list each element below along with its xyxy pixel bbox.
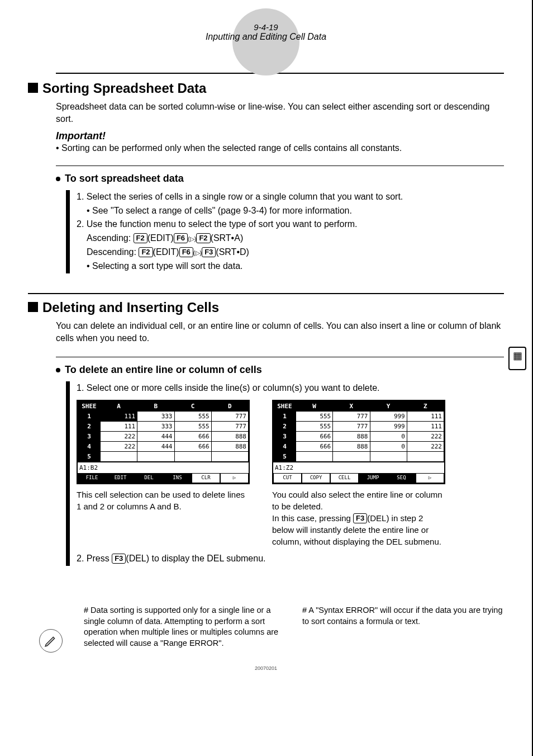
divider — [56, 166, 504, 166]
delete-step-2: 2. Press F3(DEL) to display the DEL subm… — [77, 552, 504, 566]
cell — [333, 452, 370, 462]
cell: 777 — [211, 412, 248, 422]
row-num: 3 — [78, 432, 101, 442]
chapter-title: Inputting and Editing Cell Data — [28, 32, 504, 42]
section-heading-sorting: Sorting Spreadsheet Data — [28, 75, 504, 96]
cell: 111 — [101, 422, 137, 432]
heading-text: Sorting Spreadsheet Data — [42, 81, 206, 96]
row-num: 2 — [78, 422, 101, 432]
subheading-text: To delete an entire line or column of ce… — [65, 364, 262, 375]
key-f2: F2 — [196, 233, 210, 243]
cell — [296, 452, 333, 462]
cell: 888 — [211, 432, 248, 442]
cell: 666 — [296, 432, 333, 442]
page-number: 9-4-19 — [28, 22, 504, 32]
menu-item: CUT — [273, 473, 302, 483]
cell — [174, 452, 211, 462]
footnotes: # Data sorting is supported only for a s… — [84, 605, 504, 649]
col-header: Z — [407, 401, 444, 412]
pencil-note-icon — [39, 629, 63, 653]
subheading-delete-cells: To delete an entire line or column of ce… — [56, 364, 504, 376]
col-header: X — [333, 401, 370, 412]
cell: 111 — [101, 412, 137, 422]
ascending-line: Ascending: F2(EDIT)F6(▷)F2(SRT•A) — [87, 231, 504, 245]
table-corner: SHEE — [78, 401, 101, 412]
screenshot-right-col: SHEE W X Y Z 1555777999111 2555777999111… — [272, 400, 445, 547]
delete-step-1: 1. Select one or more cells inside the l… — [77, 381, 504, 395]
cell: 555 — [174, 412, 211, 422]
cell: 666 — [296, 442, 333, 452]
row-num: 4 — [274, 442, 296, 452]
menu-item: EDIT — [106, 473, 135, 483]
cell: 555 — [296, 422, 333, 432]
row-num: 1 — [78, 412, 101, 422]
cell: 888 — [211, 442, 248, 452]
menu-item: ▷ — [220, 473, 249, 483]
asc-part: (SRT•A) — [211, 233, 244, 243]
cell: 222 — [101, 442, 137, 452]
asc-label: Ascending: — [87, 233, 134, 243]
calc-menu: CUT COPY CELL JUMP SEQ ▷ — [273, 473, 444, 483]
cell: 0 — [370, 432, 407, 442]
table-corner: SHEE — [274, 401, 296, 412]
cell: 777 — [211, 422, 248, 432]
cell: 999 — [370, 422, 407, 432]
cell: 666 — [174, 432, 211, 442]
cell: 222 — [407, 442, 444, 452]
desc-part: (EDIT) — [153, 247, 179, 257]
footnote-right: # A "Syntax ERROR" will occur if the dat… — [302, 605, 504, 649]
subheading-sort-data: To sort spreadsheet data — [56, 173, 504, 185]
cell: 888 — [333, 442, 370, 452]
desc-part: (▷) — [193, 249, 202, 256]
divider — [56, 357, 504, 357]
section1-intro: Spreadsheet data can be sorted column-wi… — [56, 101, 504, 126]
cell: 111 — [407, 422, 444, 432]
calc-table: SHEE A B C D 1111333555777 2111333555777… — [78, 401, 249, 462]
right-caption: You could also select the entire line or… — [272, 489, 445, 547]
right-caption-1: You could also select the entire line or… — [272, 490, 442, 511]
menu-item: CLR — [192, 473, 220, 483]
col-header: Y — [370, 401, 407, 412]
cell: 777 — [333, 422, 370, 432]
col-header: A — [101, 401, 137, 412]
cell: 777 — [333, 412, 370, 422]
pencil-svg — [44, 634, 58, 648]
step-2-note: • Selecting a sort type will sort the da… — [87, 259, 504, 273]
screenshot-row: SHEE A B C D 1111333555777 2111333555777… — [77, 400, 504, 547]
cell: 333 — [137, 422, 174, 432]
cell: 666 — [174, 442, 211, 452]
dot-bullet-icon — [56, 368, 60, 372]
cell: 111 — [407, 412, 444, 422]
delete-steps: 1. Select one or more cells inside the l… — [66, 381, 504, 566]
row-num: 4 — [78, 442, 101, 452]
dot-bullet-icon — [56, 177, 60, 181]
menu-item: SEQ — [387, 473, 416, 483]
page: ▦ 9-4-19 Inputting and Editing Cell Data… — [0, 0, 533, 756]
calc-screen-left: SHEE A B C D 1111333555777 2111333555777… — [77, 400, 250, 484]
menu-item: COPY — [302, 473, 330, 483]
menu-item: ▷ — [416, 473, 444, 483]
calc-status: A1:B2 — [78, 462, 249, 473]
cell: 555 — [174, 422, 211, 432]
subheading-text: To sort spreadsheet data — [65, 173, 184, 184]
cell: 444 — [137, 432, 174, 442]
step-2: 2. Use the function menu to select the t… — [77, 218, 504, 231]
important-label: Important! — [56, 130, 504, 142]
descending-line: Descending: F2(EDIT)F6(▷)F3(SRT•D) — [87, 245, 504, 259]
calc-menu: FILE EDIT DEL INS CLR ▷ — [78, 473, 249, 483]
cell: 333 — [137, 412, 174, 422]
menu-item: CELL — [330, 473, 359, 483]
calc-table: SHEE W X Y Z 1555777999111 2555777999111… — [273, 401, 444, 462]
key-f2: F2 — [134, 233, 147, 243]
left-caption: This cell selection can be used to delet… — [77, 489, 250, 512]
cell — [101, 452, 137, 462]
cell: 222 — [101, 432, 137, 442]
step2-part: (DEL) to display the DEL submenu. — [126, 554, 265, 563]
step-1: 1. Select the series of cells in a singl… — [77, 190, 504, 204]
key-f6: F6 — [174, 233, 188, 243]
asc-part: (▷) — [188, 235, 196, 242]
key-f3: F3 — [112, 554, 126, 564]
row-num: 5 — [78, 452, 101, 462]
section-heading-deleting: Deleting and Inserting Cells — [28, 293, 504, 315]
menu-item: JUMP — [359, 473, 387, 483]
